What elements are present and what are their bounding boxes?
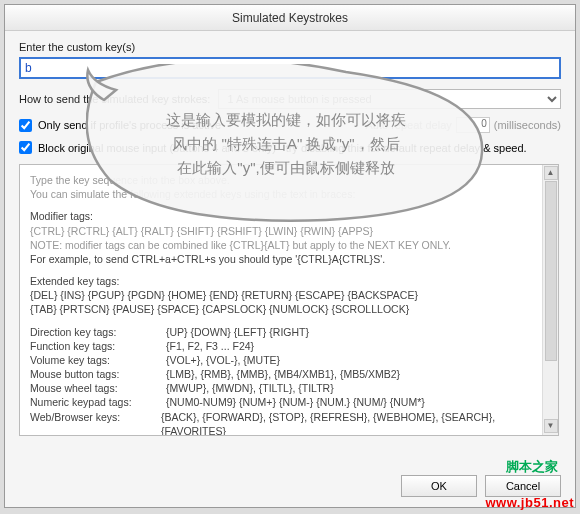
custom-key-input[interactable] [19, 57, 561, 79]
help-text-box: Type the key sequence into the box above… [19, 164, 559, 436]
auto-repeat-spinner[interactable]: 0 [456, 117, 490, 133]
howto-select[interactable]: 1 As mouse button is pressed [218, 89, 561, 109]
dialog-window: Simulated Keystrokes Enter the custom ke… [4, 4, 576, 508]
extended-line1: {DEL} {INS} {PGUP} {PGDN} {HOME} {END} {… [30, 288, 548, 302]
watermark: www.jb51.net [485, 495, 574, 510]
direction-v: {UP} {DOWN} {LEFT} {RIGHT} [166, 325, 309, 339]
mousebtn-v: {LMB}, {RMB}, {MMB}, {MB4/XMB1}, {MB5/XM… [166, 367, 400, 381]
direction-k: Direction key tags: [30, 325, 166, 339]
block-input-checkbox[interactable] [19, 141, 32, 154]
window-title: Simulated Keystrokes [232, 11, 348, 25]
function-v: {F1, F2, F3 ... F24} [166, 339, 254, 353]
extended-line2: {TAB} {PRTSCN} {PAUSE} {SPACE} {CAPSLOCK… [30, 302, 548, 316]
web-k: Web/Browser keys: [30, 410, 161, 436]
mousebtn-k: Mouse button tags: [30, 367, 166, 381]
cancel-button[interactable]: Cancel [485, 475, 561, 497]
content-area: Enter the custom key(s) How to send the … [5, 31, 575, 436]
only-send-label: Only send if profile's process is active [38, 119, 221, 131]
scroll-thumb[interactable] [545, 181, 557, 361]
howto-label: How to send the simulated key strokes: [19, 93, 210, 105]
modifier-title: Modifier tags: [30, 209, 548, 223]
function-k: Function key tags: [30, 339, 166, 353]
mousewheel-v: {MWUP}, {MWDN}, {TILTL}, {TILTR} [166, 381, 334, 395]
extended-title: Extended key tags: [30, 274, 548, 288]
block-input-label: Block original mouse input (buttons 4 an… [38, 142, 527, 154]
modifier-note2: For example, to send CTRL+a+CTRL+s you s… [30, 252, 548, 266]
ok-button[interactable]: OK [401, 475, 477, 497]
enter-key-label: Enter the custom key(s) [19, 41, 561, 53]
only-send-checkbox[interactable] [19, 119, 32, 132]
button-bar: OK Cancel [401, 475, 561, 497]
help-intro-1: Type the key sequence into the box above… [30, 173, 548, 187]
scroll-up-icon[interactable]: ▲ [544, 166, 558, 180]
scroll-down-icon[interactable]: ▼ [544, 419, 558, 433]
modifier-note1: NOTE: modifier tags can be combined like… [30, 238, 548, 252]
mousewheel-k: Mouse wheel tags: [30, 381, 166, 395]
help-scrollbar[interactable]: ▲ ▼ [542, 165, 558, 435]
numpad-k: Numeric keypad tags: [30, 395, 166, 409]
volume-v: {VOL+}, {VOL-}, {MUTE} [166, 353, 280, 367]
title-bar[interactable]: Simulated Keystrokes [5, 5, 575, 31]
help-intro-2: You can simulate the following extended … [30, 187, 548, 201]
volume-k: Volume key tags: [30, 353, 166, 367]
milliseconds-label: (milliseconds) [494, 119, 561, 131]
footer-label: 脚本之家 [506, 458, 558, 476]
auto-repeat-label: Auto repeat delay [366, 119, 452, 131]
modifier-line: {CTRL} {RCTRL} {ALT} {RALT} {SHIFT} {RSH… [30, 224, 548, 238]
web-v: {BACK}, {FORWARD}, {STOP}, {REFRESH}, {W… [161, 410, 548, 436]
numpad-v: {NUM0-NUM9} {NUM+} {NUM-} {NUM.} {NUM/} … [166, 395, 425, 409]
